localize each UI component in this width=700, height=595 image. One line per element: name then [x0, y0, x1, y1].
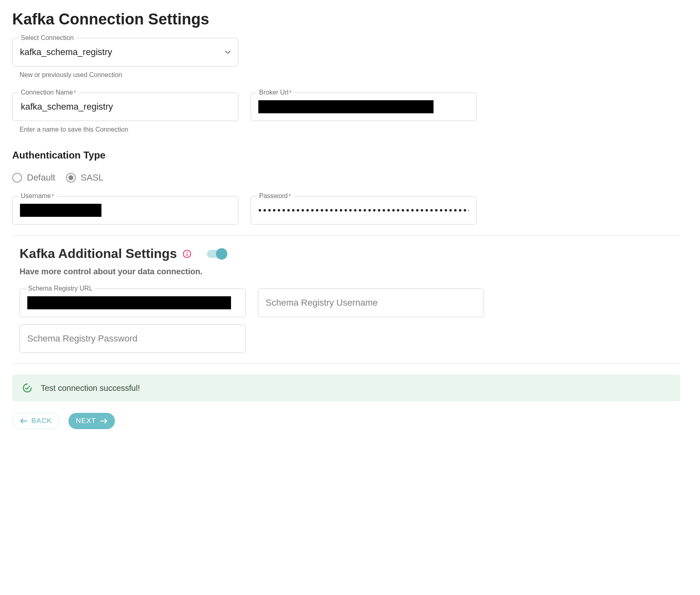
password-label: Password* [257, 192, 293, 200]
connection-name-helper: Enter a name to save this Connection [20, 126, 238, 133]
arrow-right-icon [100, 418, 108, 424]
back-button[interactable]: BACK [12, 413, 59, 429]
next-button[interactable]: NEXT [68, 413, 114, 429]
schema-registry-username-placeholder: Schema Registry Username [266, 298, 476, 308]
schema-registry-url-field[interactable]: Schema Registry URL [20, 289, 246, 317]
radio-icon [66, 173, 76, 183]
auth-type-radio-group: Default SASL [12, 172, 680, 183]
connection-name-field[interactable]: Connection Name* [12, 93, 238, 121]
auth-radio-sasl[interactable]: SASL [66, 172, 103, 183]
username-value-redacted [20, 204, 101, 217]
broker-url-field[interactable]: Broker Url* [251, 93, 477, 121]
broker-url-value-redacted [258, 100, 434, 113]
info-icon[interactable] [183, 249, 192, 258]
back-button-label: BACK [31, 417, 52, 425]
select-connection-dropdown[interactable]: Select Connection kafka_schema_registry [12, 38, 238, 66]
toggle-knob [216, 248, 227, 260]
connection-name-label: Connection Name* [18, 89, 79, 96]
success-alert: Test connection successful! [12, 375, 680, 401]
select-connection-value: kafka_schema_registry [20, 47, 225, 57]
additional-settings-title: Kafka Additional Settings [20, 246, 177, 261]
connection-name-input[interactable] [20, 99, 231, 115]
password-field[interactable]: Password* ••••••••••••••••••••••••••••••… [251, 196, 477, 225]
additional-settings-subtitle: Have more control about your data connec… [20, 267, 680, 276]
next-button-label: NEXT [76, 417, 96, 425]
auth-radio-sasl-label: SASL [81, 172, 103, 183]
broker-url-label: Broker Url* [257, 89, 294, 96]
svg-rect-2 [187, 253, 187, 256]
select-connection-helper: New or previously used Connection [20, 71, 238, 79]
page-title: Kafka Connection Settings [12, 11, 680, 28]
password-mask: ••••••••••••••••••••••••••••••••••••••••… [258, 205, 469, 216]
alert-text: Test connection successful! [41, 383, 140, 393]
username-field[interactable]: Username* [12, 196, 238, 225]
chevron-down-icon [225, 51, 231, 54]
additional-settings-toggle[interactable] [207, 250, 226, 258]
arrow-left-icon [20, 418, 27, 424]
svg-point-1 [187, 251, 188, 253]
schema-registry-username-field[interactable]: Schema Registry Username [258, 289, 484, 317]
radio-icon [12, 173, 22, 183]
check-circle-icon [22, 383, 33, 393]
schema-registry-url-value-redacted [27, 296, 231, 309]
select-connection-label: Select Connection [18, 34, 76, 42]
schema-registry-password-placeholder: Schema Registry Password [27, 333, 238, 344]
auth-radio-default[interactable]: Default [12, 172, 55, 183]
auth-type-title: Authentication Type [12, 150, 680, 161]
divider [12, 235, 680, 236]
schema-registry-password-field[interactable]: Schema Registry Password [20, 324, 246, 353]
auth-radio-default-label: Default [27, 172, 55, 183]
divider [12, 364, 680, 364]
schema-registry-url-label: Schema Registry URL [26, 285, 95, 292]
username-label: Username* [18, 192, 56, 200]
